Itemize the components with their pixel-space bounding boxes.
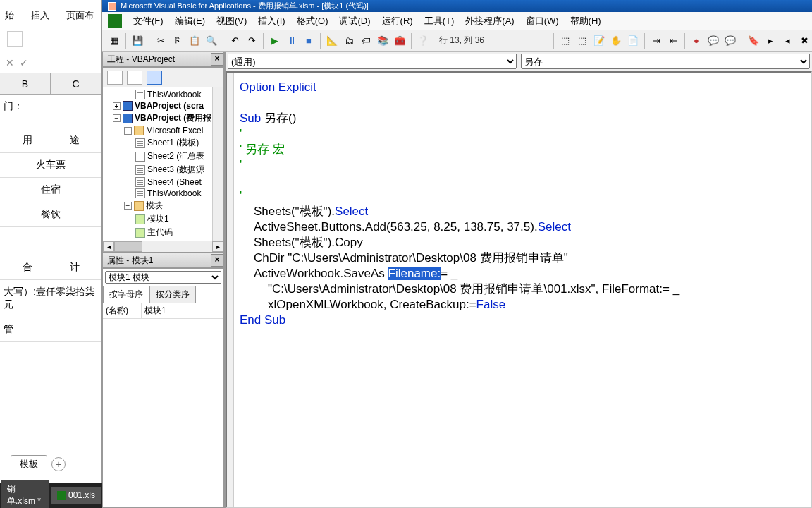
tb-icon-1[interactable]: ⬚ bbox=[558, 33, 573, 49]
run-icon[interactable]: ▶ bbox=[267, 33, 283, 49]
breakpoint-icon[interactable]: ● bbox=[689, 33, 704, 49]
cell-row[interactable]: 住宿 bbox=[0, 178, 102, 202]
menu-tools[interactable]: 工具(T) bbox=[420, 13, 459, 30]
excel-logo-icon[interactable] bbox=[108, 14, 122, 28]
save-icon[interactable]: 💾 bbox=[130, 33, 145, 49]
redo-icon[interactable]: ↷ bbox=[244, 33, 259, 49]
copy-icon[interactable]: ⎘ bbox=[170, 33, 185, 49]
col-c[interactable]: C bbox=[51, 73, 102, 94]
menu-window[interactable]: 窗口(W) bbox=[522, 13, 563, 30]
cell-row[interactable]: 餐饮 bbox=[0, 202, 102, 227]
clear-bookmark-icon[interactable]: ✖ bbox=[796, 33, 812, 49]
add-sheet-button[interactable]: + bbox=[51, 457, 66, 471]
tab-layout[interactable]: 页面布 bbox=[65, 6, 95, 25]
comment-icon[interactable]: 💬 bbox=[706, 33, 721, 49]
close-project-panel-button[interactable]: × bbox=[211, 53, 223, 66]
cell-row[interactable]: 大写）:壹仟零柒拾柒元 bbox=[0, 280, 102, 318]
sheet-tab-template[interactable]: 模板 bbox=[11, 455, 47, 473]
procedure-dropdown[interactable]: 另存 bbox=[521, 54, 810, 69]
view-excel-icon[interactable]: ▦ bbox=[106, 33, 122, 49]
tree-label[interactable]: Microsoft Excel bbox=[146, 126, 203, 135]
col-b[interactable]: B bbox=[0, 73, 51, 94]
menu-format[interactable]: 格式(O) bbox=[293, 13, 333, 30]
code-editor[interactable]: Option Explicit Sub 另存() ' ' 另存 宏 ' ' Sh… bbox=[226, 71, 812, 508]
paste-icon[interactable]: 📋 bbox=[187, 33, 202, 49]
help-icon[interactable]: ❔ bbox=[415, 33, 431, 49]
cut-icon[interactable]: ✂ bbox=[153, 33, 168, 49]
collapse-icon[interactable]: − bbox=[124, 202, 132, 210]
cell-row[interactable]: 合 计 bbox=[0, 255, 102, 280]
tab-categorized[interactable]: 按分类序 bbox=[149, 286, 196, 303]
props-row-name[interactable]: (名称) 模块1 bbox=[103, 303, 223, 319]
props-grid[interactable]: (名称) 模块1 bbox=[103, 303, 223, 507]
design-mode-icon[interactable]: 📐 bbox=[324, 33, 340, 49]
cell-row[interactable]: 用 途 bbox=[0, 128, 102, 153]
props-value[interactable]: 模块1 bbox=[142, 303, 169, 318]
close-props-panel-button[interactable]: × bbox=[211, 254, 223, 267]
props-object-select[interactable]: 模块1 模块 bbox=[105, 271, 221, 284]
collapse-icon[interactable]: − bbox=[113, 114, 121, 122]
toolbox-icon[interactable]: 🧰 bbox=[392, 33, 407, 49]
cell-row[interactable]: 管 bbox=[0, 318, 102, 342]
menu-addins[interactable]: 外接程序(A) bbox=[461, 13, 518, 30]
taskbar-item-2[interactable]: 001.xls bbox=[51, 487, 101, 504]
menu-insert[interactable]: 插入(I) bbox=[254, 13, 289, 30]
tree-scrollbar[interactable] bbox=[212, 87, 223, 241]
enter-icon[interactable]: ✓ bbox=[20, 57, 28, 68]
tab-home[interactable]: 始 bbox=[4, 6, 16, 25]
menu-view[interactable]: 视图(V) bbox=[212, 13, 251, 30]
project-explorer-icon[interactable]: 🗂 bbox=[341, 33, 357, 49]
scroll-left-icon[interactable]: ◂ bbox=[103, 241, 114, 252]
tree-label[interactable]: ThisWorkbook bbox=[147, 90, 201, 99]
cancel-icon[interactable]: ✕ bbox=[6, 57, 14, 68]
uncomment-icon[interactable]: 💬 bbox=[722, 33, 738, 49]
cell-row[interactable]: 火车票 bbox=[0, 153, 102, 178]
tree-label[interactable]: VBAProject (scra bbox=[135, 101, 204, 111]
project-tree[interactable]: ThisWorkbook +VBAProject (scra −VBAProje… bbox=[103, 87, 223, 241]
expand-icon[interactable]: + bbox=[113, 102, 121, 110]
menu-debug[interactable]: 调试(D) bbox=[335, 13, 374, 30]
tree-label[interactable]: VBAProject (费用报 bbox=[135, 112, 211, 124]
tb-icon-4[interactable]: ✋ bbox=[608, 33, 624, 49]
prev-bookmark-icon[interactable]: ◂ bbox=[780, 33, 795, 49]
object-browser-icon[interactable]: 📚 bbox=[375, 33, 390, 49]
menu-edit[interactable]: 编辑(E) bbox=[171, 13, 209, 30]
view-object-icon[interactable] bbox=[127, 71, 142, 85]
toggle-folders-icon[interactable] bbox=[147, 71, 162, 85]
name-box-dropdown[interactable] bbox=[7, 31, 23, 47]
project-hscroll[interactable]: ◂ ▸ bbox=[103, 241, 223, 252]
view-code-icon[interactable] bbox=[107, 71, 123, 85]
tb-icon-2[interactable]: ⬚ bbox=[574, 33, 590, 49]
indent-icon[interactable]: ⇥ bbox=[648, 33, 664, 49]
menu-help[interactable]: 帮助(H) bbox=[566, 13, 605, 30]
cell-row[interactable]: 门： bbox=[0, 95, 102, 128]
properties-icon[interactable]: 🏷 bbox=[358, 33, 374, 49]
menu-run[interactable]: 运行(R) bbox=[378, 13, 417, 30]
tb-icon-3[interactable]: 📝 bbox=[591, 33, 607, 49]
collapse-icon[interactable]: − bbox=[124, 127, 132, 135]
tree-label[interactable]: Sheet2 (汇总表 bbox=[147, 150, 204, 162]
outdent-icon[interactable]: ⇤ bbox=[665, 33, 681, 49]
object-dropdown[interactable]: (通用) bbox=[228, 54, 517, 69]
tree-label[interactable]: ThisWorkbook bbox=[147, 188, 201, 198]
menu-file[interactable]: 文件(F) bbox=[129, 13, 168, 30]
tree-label[interactable]: Sheet1 (模板) bbox=[147, 137, 199, 149]
find-icon[interactable]: 🔍 bbox=[204, 33, 219, 49]
tree-label[interactable]: 模块 bbox=[146, 200, 163, 212]
tab-alphabetic[interactable]: 按字母序 bbox=[103, 286, 149, 303]
tree-label[interactable]: Sheet4 (Sheet bbox=[147, 177, 202, 187]
bookmark-icon[interactable]: 🔖 bbox=[746, 33, 761, 49]
stop-icon[interactable]: ■ bbox=[301, 33, 316, 49]
vba-title-text: Microsoft Visual Basic for Applications … bbox=[121, 1, 369, 11]
tree-label[interactable]: 主代码 bbox=[147, 226, 173, 238]
scroll-thumb[interactable] bbox=[114, 241, 142, 252]
tb-icon-5[interactable]: 📄 bbox=[625, 33, 641, 49]
pause-icon[interactable]: ⏸ bbox=[284, 33, 300, 49]
next-bookmark-icon[interactable]: ▸ bbox=[763, 33, 778, 49]
tree-label[interactable]: Sheet3 (数据源 bbox=[147, 164, 204, 176]
tab-insert[interactable]: 插入 bbox=[30, 6, 51, 25]
undo-icon[interactable]: ↶ bbox=[227, 33, 242, 49]
scroll-right-icon[interactable]: ▸ bbox=[212, 241, 223, 252]
tree-label[interactable]: 模块1 bbox=[147, 213, 169, 225]
taskbar-item-1[interactable]: 销单.xlsm * bbox=[1, 480, 49, 508]
